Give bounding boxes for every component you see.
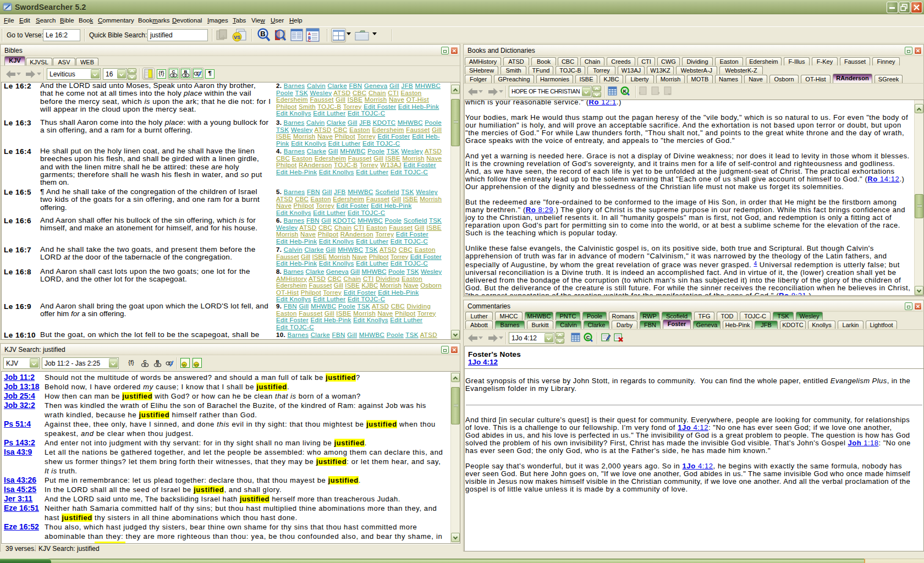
svg-text:K: K [623, 89, 627, 94]
svg-text:C: C [586, 335, 590, 340]
svg-text:C: C [308, 38, 311, 42]
svg-text:VS: VS [234, 35, 240, 40]
svg-text:A: A [308, 32, 311, 36]
svg-text:B: B [260, 30, 265, 38]
